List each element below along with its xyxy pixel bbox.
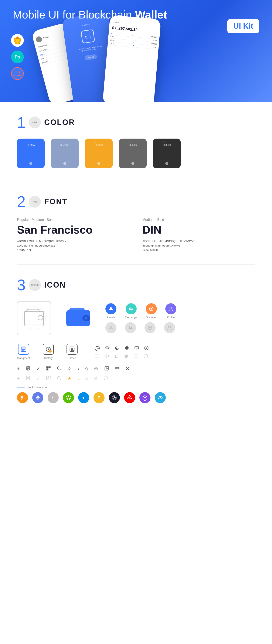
icon-nav-discover: Discover <box>146 303 157 319</box>
svg-point-13 <box>43 324 44 326</box>
icon-order: Order <box>66 344 78 360</box>
color-swatch-gray: #666666 <box>119 138 146 168</box>
svg-point-79 <box>106 377 106 378</box>
din-lower: abcdefghijklmnopqrstuvwxyz <box>142 244 255 247</box>
chevron-left-icon-faint: ‹ <box>78 376 79 381</box>
svg-point-95 <box>160 397 161 398</box>
qr-icon <box>46 366 51 372</box>
svg-point-23 <box>150 327 151 328</box>
svg-point-16 <box>84 317 87 320</box>
svg-text:D: D <box>82 396 84 400</box>
sky-icon <box>155 392 166 403</box>
check-icon: ✓ <box>36 366 40 372</box>
ark-icon <box>124 392 135 403</box>
svg-rect-57 <box>50 368 50 369</box>
icon-nav-assets-faint <box>106 322 116 333</box>
phone-right: myWallet + $ 6,297,502.12 BTC●738-2003 E… <box>102 15 161 102</box>
svg-marker-17 <box>108 306 113 310</box>
color-swatch-gray-blue: #8DA0C8 <box>51 138 78 168</box>
svg-point-40 <box>146 347 146 347</box>
litecoin-icon: Ł <box>48 392 59 403</box>
order-icon-box <box>66 344 78 355</box>
svg-rect-56 <box>49 368 49 369</box>
font-section: 2 TWO FONT Regular · Medium · Bold San F… <box>0 181 272 264</box>
font-section-badge: TWO <box>29 196 41 208</box>
svg-rect-9 <box>38 316 43 320</box>
font-sf: Regular · Medium · Bold San Francisco AB… <box>17 218 130 252</box>
star-icon: ☆ <box>67 366 72 372</box>
swatch-dot <box>63 162 66 165</box>
speech-bubble-icon: 💬 <box>94 346 100 351</box>
qr-icon-faint <box>46 376 51 381</box>
circle-icon-faint <box>124 354 128 360</box>
ethereum-icon <box>32 392 43 403</box>
svg-rect-73 <box>49 376 50 378</box>
icon-nav-exchange: Exchange <box>125 303 137 319</box>
svg-rect-54 <box>49 367 50 368</box>
color-swatch-dark: #303030 <box>153 138 180 168</box>
icon-section-title: ICON <box>44 280 66 290</box>
photoshop-badge: Ps <box>11 50 24 63</box>
swatch-dot <box>131 162 134 165</box>
icon-section-number: 3 <box>17 277 26 293</box>
sf-nums: 1234567890 <box>17 248 130 252</box>
layers-icon-faint <box>104 354 109 360</box>
import-icon <box>104 366 109 372</box>
chevron-left-icon: ‹ <box>78 366 79 372</box>
sf-upper: ABCDEFGHIJKLMNOPQRSTUVWXYZ <box>17 240 130 243</box>
swatch-dot <box>165 162 168 165</box>
icon-wireframe <box>17 301 51 335</box>
sketch-badge <box>11 34 24 47</box>
icon-colored-wallet <box>61 301 95 335</box>
info-icon <box>144 346 149 351</box>
discover-icon-faint <box>144 322 156 333</box>
exchange-icon <box>126 303 137 314</box>
svg-point-12 <box>24 324 25 326</box>
sf-lower: abcdefghijklmnopqrstuvwxyz <box>17 244 130 247</box>
blockchain-line <box>17 387 25 388</box>
share-icon: ⎋ <box>85 366 88 372</box>
svg-point-44 <box>144 354 148 358</box>
moon-icon <box>115 346 120 351</box>
din-style: Medium · Bold <box>142 218 255 222</box>
color-swatches: #3574FA #8DA0C8 #F5A623 #666666 #303030 <box>17 138 255 168</box>
din-nums: 1234567890 <box>142 248 255 252</box>
font-section-title: FONT <box>44 197 68 206</box>
svg-rect-69 <box>26 376 30 380</box>
svg-rect-53 <box>47 367 48 368</box>
profile-icon-faint <box>164 322 175 333</box>
icon-nav-profile-faint <box>164 322 175 333</box>
icon-section: 3 THREE ICON <box>0 264 272 424</box>
document-icon-faint <box>26 376 30 381</box>
message-icon <box>134 346 139 351</box>
icon-nav-discover-faint <box>144 322 156 333</box>
circle-icon <box>124 346 129 351</box>
swatch-dot <box>97 162 100 165</box>
assets-icon <box>106 303 116 314</box>
color-section-number: 1 <box>17 115 26 130</box>
icon-section-badge: THREE <box>29 279 41 291</box>
svg-rect-74 <box>46 378 48 380</box>
close-icon: ✕ <box>126 366 130 372</box>
screens-badge: 60+ Screens <box>11 67 24 80</box>
svg-point-42 <box>124 354 128 358</box>
search-icon <box>57 366 62 372</box>
icon-nav-assets: Assets <box>106 303 116 319</box>
hero-section: Mobile UI for Blockchain Wallet UI Kit P… <box>0 0 272 102</box>
iota-icon <box>109 392 120 403</box>
sf-style: Regular · Medium · Bold <box>17 218 130 222</box>
color-section-badge: ONE <box>29 116 41 128</box>
history-icon-box <box>43 344 54 355</box>
svg-point-36 <box>125 346 128 350</box>
info-icon-faint <box>144 354 148 360</box>
sf-name: San Francisco <box>17 224 130 236</box>
neo-icon <box>63 392 74 403</box>
icon-management: Mangment <box>17 344 30 360</box>
svg-marker-21 <box>108 326 113 329</box>
zcash-icon: Z <box>94 392 104 403</box>
font-grid: Regular · Medium · Bold San Francisco AB… <box>17 218 255 252</box>
resize-icon <box>115 366 120 372</box>
svg-rect-43 <box>134 355 138 357</box>
svg-text:Z: Z <box>98 396 100 400</box>
svg-marker-93 <box>143 396 147 401</box>
